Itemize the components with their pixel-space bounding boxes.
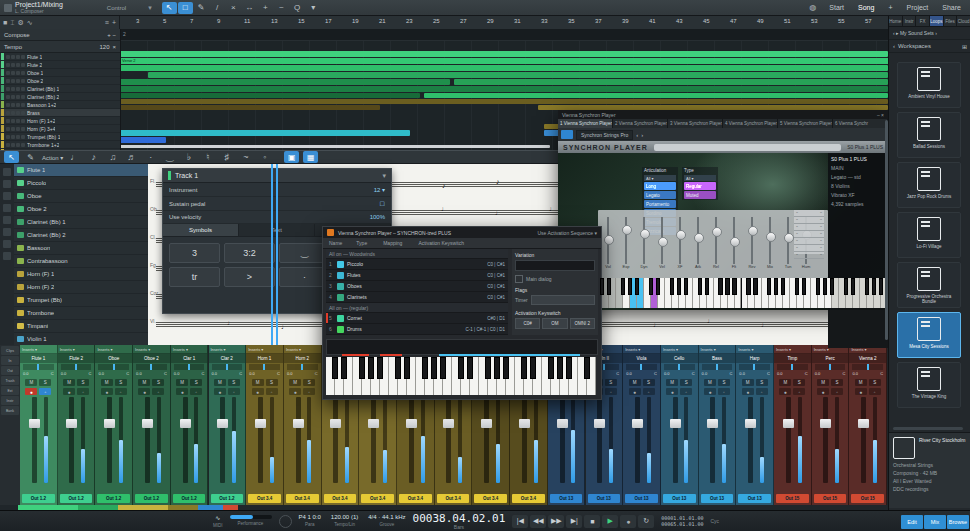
mixer-channel-strip[interactable]: Inserts ▾Horn 20.0CMS●◦Out 3.4 <box>284 345 322 505</box>
tempo-row[interactable]: Tempo 120 × <box>0 41 120 53</box>
pan-slider[interactable] <box>98 364 129 370</box>
synchron-tab[interactable]: 6 Vienna Synchr <box>833 119 888 128</box>
channel-fader[interactable] <box>145 397 150 483</box>
page-start[interactable]: Start <box>824 4 849 11</box>
solo-button[interactable]: S <box>605 379 617 386</box>
solo-button[interactable]: S <box>39 379 51 386</box>
synchron-fader[interactable]: Exp <box>625 217 627 264</box>
transport-field[interactable]: 120.00 (1)Tempo/Lin <box>331 514 358 528</box>
list-filter[interactable]: All ▾ <box>644 175 676 181</box>
black-key[interactable] <box>732 278 736 295</box>
score-track-row[interactable]: Bassoon <box>14 242 148 255</box>
power-button[interactable] <box>561 130 573 139</box>
black-key[interactable] <box>600 278 604 295</box>
score-track-row[interactable]: Oboe 2 <box>14 203 148 216</box>
insert-slot[interactable]: Inserts ▾ <box>95 345 132 354</box>
stop-tool-icon[interactable]: ■ <box>3 19 7 26</box>
black-key[interactable] <box>422 357 427 379</box>
arrange-track-row[interactable]: Oboe 1 <box>0 69 120 77</box>
mute-button[interactable]: M <box>855 379 867 386</box>
pan-slider[interactable] <box>702 364 733 370</box>
black-key[interactable] <box>395 357 400 379</box>
score-track-row[interactable]: Horn (F) 1 <box>14 268 148 281</box>
transport-field[interactable]: P4 1 0:0Para <box>299 514 321 528</box>
mixer-channel-strip[interactable]: Inserts ▾Harp0.0CMS●◦Out 13 <box>736 345 774 505</box>
browser-section-row[interactable]: ‹ Workspaces ⊞ <box>889 40 970 53</box>
insert-slot[interactable]: Inserts ▾ <box>133 345 170 354</box>
vsl-instrument-row[interactable]: 5CornetC#0 | D1 <box>326 313 508 324</box>
black-key[interactable] <box>823 278 827 295</box>
black-key[interactable] <box>607 278 611 295</box>
pan-slider[interactable] <box>664 364 695 370</box>
tool-4-icon[interactable]: × <box>226 2 241 14</box>
score-track-row[interactable]: Contrabassoon <box>14 255 148 268</box>
browser-tab-loops[interactable]: Loops <box>930 16 944 26</box>
synchron-keyboard[interactable] <box>595 278 888 308</box>
main-dialog-checkbox[interactable] <box>515 275 523 283</box>
patch-label[interactable]: S0 Plus 1 PLUS <box>847 144 883 150</box>
activation-button[interactable]: C0# <box>515 318 540 329</box>
black-key[interactable] <box>503 357 508 379</box>
synchron-tab[interactable]: 2 Vienna Synchron Player 2 <box>613 119 668 128</box>
arrange-track-row[interactable]: Flute 1 <box>0 53 120 61</box>
pan-slider[interactable] <box>212 364 243 370</box>
control-link-label[interactable]: Control <box>107 5 126 11</box>
fader-cap[interactable] <box>858 419 869 428</box>
score-track-row[interactable]: Piccolo <box>14 177 148 190</box>
fader-cap[interactable] <box>594 419 605 428</box>
fader-cap[interactable] <box>406 419 417 428</box>
fader-cap[interactable] <box>180 419 191 428</box>
output-label[interactable]: Out 13 <box>701 494 734 503</box>
tool-7-icon[interactable]: ~ <box>274 2 289 14</box>
pan-slider[interactable] <box>626 364 657 370</box>
black-key[interactable] <box>684 278 688 295</box>
record-button[interactable]: ● <box>620 515 636 528</box>
output-label[interactable]: Out 3.4 <box>399 494 432 503</box>
time-counter[interactable]: 00038.04.02.01 Bars <box>413 513 506 530</box>
mixer-channel-strip[interactable]: Inserts ▾Perc0.0CMS●◦Out 15 <box>812 345 850 505</box>
black-key[interactable] <box>830 278 834 295</box>
channel-fader[interactable] <box>258 397 263 483</box>
score-side-icon[interactable] <box>3 204 11 212</box>
arrangement-clip[interactable] <box>454 79 888 85</box>
metronome-icon[interactable] <box>279 515 292 528</box>
note-duration-10-icon[interactable]: ◦ <box>257 151 272 163</box>
mute-button[interactable]: M <box>101 379 113 386</box>
note-duration-3-icon[interactable]: ♬ <box>124 151 139 163</box>
stop-button[interactable]: ■ <box>584 515 600 528</box>
black-key[interactable] <box>341 357 346 379</box>
mute-button[interactable]: M <box>779 379 791 386</box>
mixer-channel-strip[interactable]: Inserts ▾Flute 20.0CMS●◦Out 1.2 <box>58 345 96 505</box>
view-toggle-mix[interactable]: Mix <box>924 515 946 529</box>
vsl-titlebar[interactable]: Vienna Synchron Player – SYNCHRON-ized P… <box>323 227 601 238</box>
tab-caret-icon[interactable]: ▾ <box>148 4 152 12</box>
mixer-channel-strip[interactable]: Inserts ▾Oboe0.0CMS●◦Out 1.2 <box>95 345 133 505</box>
score-track-row[interactable]: Horn (F) 2 <box>14 281 148 294</box>
list-filter[interactable]: All ▾ <box>684 175 716 181</box>
arrange-track-row[interactable]: Horn (F) 3+4 <box>0 125 120 133</box>
synchron-tab[interactable]: 4 Vienna Synchron Player 4 <box>723 119 778 128</box>
vsl-group-row[interactable]: All on — Woodwinds <box>326 249 508 259</box>
vsl-instrument-row[interactable]: 2FlutesC0 | C#1 <box>326 270 508 281</box>
vsl-keyboard[interactable] <box>326 357 596 395</box>
marker-lane[interactable]: 2 <box>120 29 888 41</box>
browser-tab-instr[interactable]: Instr <box>903 16 917 26</box>
black-key[interactable] <box>628 278 632 295</box>
pan-slider[interactable] <box>249 364 280 370</box>
output-label[interactable]: Out 13 <box>738 494 771 503</box>
mixer-left-button[interactable]: Instr <box>1 396 19 405</box>
mixer-left-button[interactable]: Bank <box>1 406 19 415</box>
activation-button[interactable]: OM <box>542 318 567 329</box>
black-key[interactable] <box>879 278 883 295</box>
arrange-track-row[interactable]: Clarinet (Bb) 2 <box>0 93 120 101</box>
output-label[interactable]: Out 15 <box>776 494 809 503</box>
vsl-instrument-row[interactable]: 3OboesC0 | C#1 <box>326 281 508 292</box>
synchron-fader[interactable]: Vol <box>607 217 609 264</box>
score-track-row[interactable]: Flute 1 <box>14 164 148 177</box>
vsl-menu[interactable]: Use Activation Sequence ▾ <box>538 230 598 236</box>
arrangement-clip[interactable] <box>120 99 888 104</box>
output-label[interactable]: Out 1.2 <box>211 494 244 503</box>
pan-slider[interactable] <box>852 364 883 370</box>
mute-button[interactable]: M <box>25 379 37 386</box>
inspector-caret-icon[interactable]: ▾ <box>382 172 386 180</box>
